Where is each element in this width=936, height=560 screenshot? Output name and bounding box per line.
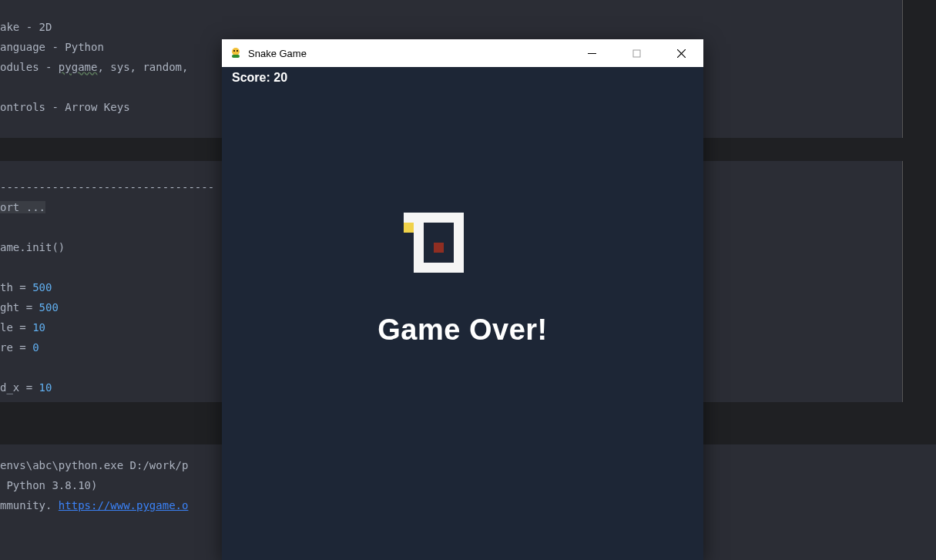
snake-head [404, 223, 414, 233]
game-canvas[interactable]: Score: 20 Game Over! [222, 67, 703, 560]
snake-segment [454, 223, 464, 233]
snake-segment [414, 233, 424, 243]
snake-segment [424, 213, 434, 223]
window-title: Snake Game [248, 48, 307, 59]
snake-segment [414, 213, 424, 223]
snake-segment [414, 243, 424, 253]
score-display: Score: 20 [232, 71, 287, 85]
snake-segment [454, 213, 464, 223]
food [434, 243, 444, 253]
titlebar[interactable]: Snake Game [222, 39, 703, 67]
snake-segment [404, 213, 414, 223]
snake-segment [444, 213, 454, 223]
maximize-button[interactable] [614, 39, 659, 67]
minimize-button[interactable] [569, 39, 614, 67]
svg-point-2 [237, 50, 238, 52]
svg-point-0 [232, 48, 240, 55]
snake-segment [454, 253, 464, 263]
game-window: Snake Game Score: 20 Game Over! [222, 39, 703, 560]
svg-rect-3 [232, 55, 240, 58]
app-icon [230, 47, 242, 59]
svg-point-1 [233, 50, 235, 52]
game-over-text: Game Over! [377, 314, 547, 347]
snake-segment [434, 263, 444, 273]
snake-segment [414, 253, 424, 263]
snake-segment [454, 243, 464, 253]
snake-segment [424, 263, 434, 273]
close-button[interactable] [659, 39, 703, 67]
snake-segment [434, 213, 444, 223]
svg-rect-5 [633, 50, 640, 57]
snake-and-food [404, 213, 464, 273]
snake-segment [454, 233, 464, 243]
pygame-link[interactable]: https://www.pygame.o [59, 499, 189, 511]
folded-imports[interactable]: ort ... [0, 201, 45, 213]
snake-segment [414, 223, 424, 233]
snake-segment [414, 263, 424, 273]
snake-segment [444, 263, 454, 273]
snake-segment [454, 263, 464, 273]
